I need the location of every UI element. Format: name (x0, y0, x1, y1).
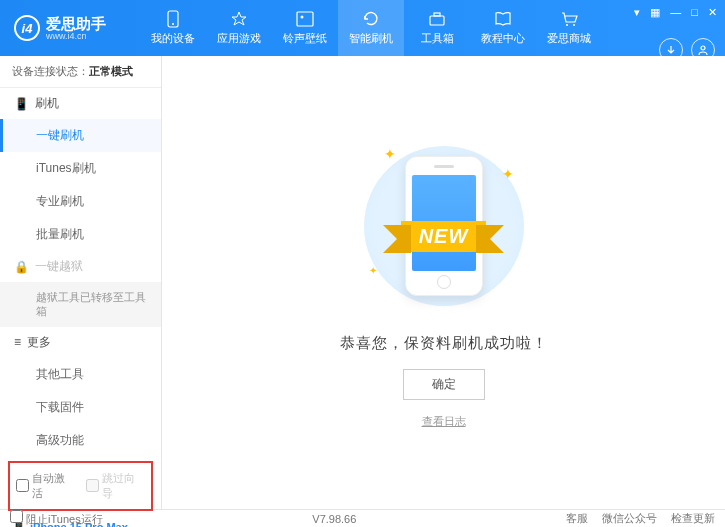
svg-point-8 (701, 46, 705, 50)
new-ribbon: NEW (401, 221, 487, 252)
sidebar-item-advanced[interactable]: 高级功能 (0, 424, 161, 457)
main-content: ✦ ✦ ✦ NEW 恭喜您，保资料刷机成功啦！ 确定 查看日志 (162, 56, 725, 509)
sidebar-section-jailbreak: 🔒一键越狱 (0, 251, 161, 282)
nav-flash[interactable]: 智能刷机 (338, 0, 404, 56)
footer-wechat[interactable]: 微信公众号 (602, 511, 657, 526)
nav-toolbox[interactable]: 工具箱 (404, 0, 470, 56)
svg-rect-4 (430, 16, 444, 25)
toolbox-icon (427, 10, 447, 28)
apps-icon (229, 10, 249, 28)
view-log-link[interactable]: 查看日志 (422, 414, 466, 429)
window-controls: ▾ ▦ — □ ✕ (634, 6, 717, 19)
sidebar-section-more[interactable]: ≡更多 (0, 327, 161, 358)
success-message: 恭喜您，保资料刷机成功啦！ (340, 334, 548, 353)
menu-icon[interactable]: ▾ (634, 6, 640, 19)
success-illustration: ✦ ✦ ✦ NEW (354, 136, 534, 316)
image-icon (295, 10, 315, 28)
svg-point-7 (573, 24, 575, 26)
app-name: 爱思助手 (46, 16, 106, 31)
header-controls: ▾ ▦ — □ ✕ (634, 6, 717, 19)
nav-my-device[interactable]: 我的设备 (140, 0, 206, 56)
sidebar-jailbreak-note: 越狱工具已转移至工具箱 (0, 282, 161, 327)
refresh-icon (361, 10, 381, 28)
nav-tutorials[interactable]: 教程中心 (470, 0, 536, 56)
maximize-icon[interactable]: □ (691, 6, 698, 19)
minimize-icon[interactable]: — (670, 6, 681, 19)
lock-icon: 🔒 (14, 260, 29, 274)
phone-icon (163, 10, 183, 28)
sidebar-section-flash[interactable]: 📱刷机 (0, 88, 161, 119)
svg-point-6 (566, 24, 568, 26)
close-icon[interactable]: ✕ (708, 6, 717, 19)
svg-point-1 (172, 23, 174, 25)
logo: i4 爱思助手 www.i4.cn (0, 15, 140, 41)
skip-setup-checkbox: 跳过向导 (86, 471, 146, 501)
app-url: www.i4.cn (46, 31, 106, 41)
sidebar-item-download-firmware[interactable]: 下载固件 (0, 391, 161, 424)
cart-icon (559, 10, 579, 28)
list-icon: ≡ (14, 335, 21, 349)
version-label: V7.98.66 (312, 513, 356, 525)
sidebar-item-batch-flash[interactable]: 批量刷机 (0, 218, 161, 251)
sidebar-item-oneclick-flash[interactable]: 一键刷机 (0, 119, 161, 152)
block-itunes-checkbox[interactable]: 阻止iTunes运行 (10, 510, 103, 527)
footer-update[interactable]: 检查更新 (671, 511, 715, 526)
app-logo-icon: i4 (14, 15, 40, 41)
phone-icon: 📱 (14, 97, 29, 111)
sidebar-item-pro-flash[interactable]: 专业刷机 (0, 185, 161, 218)
options-highlighted-box: 自动激活 跳过向导 (8, 461, 153, 511)
connection-status: 设备连接状态：正常模式 (0, 56, 161, 88)
nav-ringtones[interactable]: 铃声壁纸 (272, 0, 338, 56)
ok-button[interactable]: 确定 (403, 369, 485, 400)
skin-icon[interactable]: ▦ (650, 6, 660, 19)
nav-store[interactable]: 爱思商城 (536, 0, 602, 56)
sidebar: 设备连接状态：正常模式 📱刷机 一键刷机 iTunes刷机 专业刷机 批量刷机 … (0, 56, 162, 509)
sidebar-item-itunes-flash[interactable]: iTunes刷机 (0, 152, 161, 185)
main-nav: 我的设备 应用游戏 铃声壁纸 智能刷机 工具箱 教程中心 爱思商城 (140, 0, 602, 56)
auto-activate-checkbox[interactable]: 自动激活 (16, 471, 76, 501)
svg-rect-2 (297, 12, 313, 26)
footer-support[interactable]: 客服 (566, 511, 588, 526)
sidebar-item-other-tools[interactable]: 其他工具 (0, 358, 161, 391)
nav-apps[interactable]: 应用游戏 (206, 0, 272, 56)
svg-point-3 (301, 16, 304, 19)
title-bar: i4 爱思助手 www.i4.cn 我的设备 应用游戏 铃声壁纸 智能刷机 工具… (0, 0, 725, 56)
svg-rect-5 (434, 13, 440, 16)
book-icon (493, 10, 513, 28)
